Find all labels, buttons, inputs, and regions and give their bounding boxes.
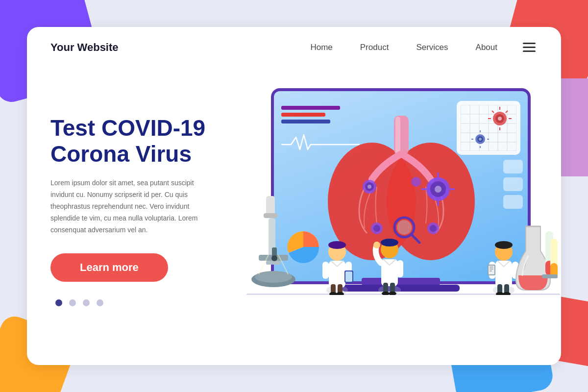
main-card: Your Website Home Product Services About… <box>27 27 561 365</box>
hero-title-line2: Corona Virus <box>50 141 192 167</box>
hero-description: Lorem ipsum dolor sit amet, sea putant s… <box>50 177 217 236</box>
left-panel: Test COVID-19 Corona Virus Lorem ipsum d… <box>50 115 256 307</box>
illustration <box>256 83 550 338</box>
svg-point-57 <box>271 255 277 261</box>
svg-rect-76 <box>397 260 403 277</box>
magnifying-glass-svg <box>392 216 422 245</box>
navbar: Your Website Home Product Services About <box>27 27 561 64</box>
svg-point-46 <box>430 225 437 232</box>
dot-2[interactable] <box>69 299 76 306</box>
svg-rect-50 <box>264 213 277 218</box>
learn-more-button[interactable]: Learn more <box>50 253 168 282</box>
svg-point-47 <box>411 177 421 187</box>
nav-home[interactable]: Home <box>296 43 346 52</box>
dot-4[interactable] <box>97 299 103 306</box>
side-btn-1 <box>503 160 523 173</box>
lab-items-svg <box>514 221 558 295</box>
hero-title-line1: Test COVID-19 <box>50 115 205 141</box>
svg-rect-93 <box>490 267 493 268</box>
nav-product[interactable]: Product <box>346 43 403 52</box>
svg-point-42 <box>368 185 371 189</box>
hamburger-line-1 <box>523 43 536 44</box>
content-area: Test COVID-19 Corona Virus Lorem ipsum d… <box>27 64 561 358</box>
right-panel <box>256 74 550 348</box>
dot-3[interactable] <box>83 299 90 306</box>
svg-rect-67 <box>345 271 352 282</box>
svg-point-77 <box>373 242 380 248</box>
svg-rect-102 <box>542 274 558 278</box>
hamburger-line-2 <box>523 47 536 48</box>
dot-1[interactable] <box>55 299 62 306</box>
side-buttons <box>503 160 523 209</box>
side-btn-3 <box>503 195 523 209</box>
svg-rect-64 <box>322 262 329 279</box>
nav-about[interactable]: About <box>462 43 511 52</box>
svg-point-81 <box>397 220 412 235</box>
hero-title: Test COVID-19 Corona Virus <box>50 115 242 167</box>
brand-logo: Your Website <box>50 41 119 54</box>
hamburger-line-3 <box>523 50 536 52</box>
svg-rect-59 <box>329 261 345 288</box>
svg-point-97 <box>495 241 513 249</box>
nav-links: Home Product Services About <box>296 41 538 54</box>
nav-services[interactable]: Services <box>402 43 462 52</box>
carousel-dots <box>55 299 242 306</box>
svg-point-39 <box>435 186 441 193</box>
side-btn-2 <box>503 177 523 191</box>
hamburger-menu[interactable] <box>521 41 538 54</box>
svg-point-69 <box>328 241 346 249</box>
svg-point-21 <box>498 117 502 121</box>
svg-rect-94 <box>490 269 493 270</box>
ecg-bar-1 <box>281 106 340 110</box>
svg-rect-32 <box>395 117 400 155</box>
svg-line-82 <box>412 235 419 243</box>
svg-rect-84 <box>495 261 512 288</box>
svg-rect-49 <box>266 196 275 216</box>
svg-rect-53 <box>266 261 281 265</box>
svg-rect-95 <box>490 270 492 271</box>
svg-line-19 <box>492 111 494 113</box>
scientist-left-svg <box>320 226 354 295</box>
microscope-svg <box>251 194 305 292</box>
svg-point-55 <box>255 271 292 283</box>
